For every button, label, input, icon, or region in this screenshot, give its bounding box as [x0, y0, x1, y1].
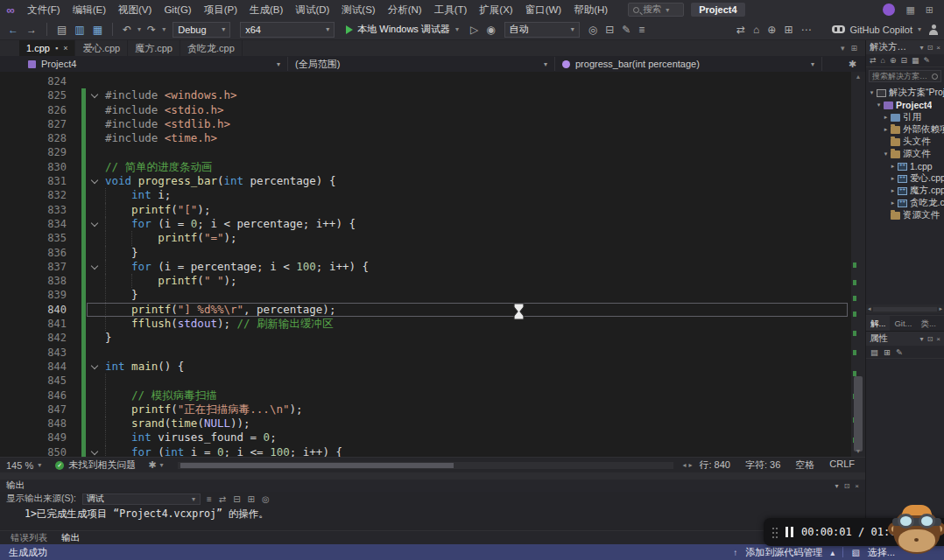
- tab-overflow-icon[interactable]: ▾: [841, 44, 845, 52]
- code-cleanup-button[interactable]: ✱ ▾: [143, 459, 169, 471]
- code-line-831[interactable]: 831void progress_bar(int percentage) {: [0, 174, 849, 188]
- menu-item-11[interactable]: 窗口(W): [519, 0, 568, 19]
- menu-item-3[interactable]: Git(G): [158, 0, 197, 19]
- solution-explorer-header[interactable]: 解决方案资源管理器 ▾ ⊡ ×: [866, 40, 944, 54]
- output-source-dropdown[interactable]: 调试 ▾: [82, 494, 201, 505]
- document-tab-3[interactable]: 贪吃龙.cpp: [180, 40, 243, 56]
- start-debugging-button[interactable]: 本地 Windows 调试器 ▾: [341, 23, 465, 36]
- scroll-up-icon[interactable]: ▲: [851, 72, 865, 82]
- properties-icon[interactable]: ✎: [924, 56, 931, 65]
- scroll-left-icon[interactable]: ◂: [682, 461, 686, 469]
- explorer-tab-0[interactable]: 解...: [866, 316, 890, 331]
- find-in-files-icon[interactable]: ⇄: [734, 21, 748, 38]
- code-line-841[interactable]: 841fflush(stdout); // 刷新输出缓冲区: [0, 317, 849, 331]
- clear-all-icon[interactable]: ⊟: [233, 494, 240, 504]
- profiler-icon[interactable]: ◉: [483, 21, 497, 38]
- solution-platforms-icon[interactable]: ⌂: [750, 21, 762, 38]
- autoscroll-icon[interactable]: ◎: [262, 494, 270, 504]
- scroll-right-icon[interactable]: ▸: [939, 305, 942, 312]
- navigate-back-icon[interactable]: ←: [5, 21, 21, 38]
- maximize-icon[interactable]: ⊡: [844, 482, 850, 490]
- pause-button[interactable]: [785, 527, 793, 537]
- code-line-836[interactable]: 836}: [0, 246, 849, 260]
- redo-dropdown-icon[interactable]: ▾: [161, 25, 166, 33]
- tree-chevron-icon[interactable]: ▾: [875, 102, 883, 108]
- tree-item-6[interactable]: ▸1.cpp: [866, 160, 944, 172]
- code-line-839[interactable]: 839}: [0, 288, 849, 302]
- code-line-826[interactable]: 826#include <stdio.h>: [0, 103, 849, 117]
- close-icon[interactable]: ×: [936, 335, 940, 343]
- goto-message-icon[interactable]: ⇄: [219, 494, 226, 504]
- chevron-down-icon[interactable]: ▾: [920, 44, 924, 52]
- save-all-icon[interactable]: ▦: [90, 21, 105, 38]
- scroll-left-icon[interactable]: ◂: [868, 305, 871, 312]
- code-line-850[interactable]: 850for (int i = 0; i <= 100; i++) {: [0, 445, 849, 457]
- undo-icon[interactable]: ↶: [120, 21, 134, 38]
- explorer-tab-2[interactable]: 类...: [916, 316, 940, 331]
- more-options-icon[interactable]: ⋯: [798, 21, 814, 38]
- tree-item-8[interactable]: ▸魔方.cpp: [866, 185, 944, 197]
- menu-item-2[interactable]: 视图(V): [112, 0, 158, 19]
- scroll-down-icon[interactable]: ▼: [851, 446, 865, 457]
- menu-item-4[interactable]: 项目(P): [198, 0, 243, 19]
- undo-dropdown-icon[interactable]: ▾: [137, 25, 142, 33]
- scroll-arrows[interactable]: ◂ ▸: [682, 461, 699, 469]
- quick-search-box[interactable]: 搜索 ▾: [628, 3, 684, 17]
- add-to-source-control-button[interactable]: 添加到源代码管理: [745, 546, 822, 559]
- step-icon[interactable]: ✎: [619, 21, 633, 38]
- chevron-down-icon[interactable]: ▾: [835, 482, 839, 490]
- tree-item-0[interactable]: ▾解决方案“Project4”: [866, 87, 944, 99]
- code-line-827[interactable]: 827#include <stdlib.h>: [0, 117, 849, 131]
- editor-vertical-scrollbar[interactable]: ▲ ▼: [851, 72, 865, 457]
- screen-layout-icon[interactable]: ▦: [905, 4, 914, 16]
- add-item-icon[interactable]: ⊕: [764, 21, 778, 38]
- fold-toggle-icon[interactable]: [86, 174, 105, 188]
- code-line-842[interactable]: 842}: [0, 331, 849, 345]
- editor-horizontal-scrollbar[interactable]: [178, 462, 673, 469]
- eol-indicator[interactable]: CRLF: [829, 458, 855, 472]
- chevron-down-icon[interactable]: ▾: [920, 335, 924, 343]
- output-header[interactable]: 输出 ▾ ⊡ ×: [0, 480, 865, 492]
- code-line-840[interactable]: 840printf("] %d%%\r", percentage);: [0, 303, 849, 317]
- tree-item-9[interactable]: ▸贪吃龙.cpp: [866, 197, 944, 209]
- show-all-files-icon[interactable]: ▦: [912, 56, 919, 65]
- feedback-icon[interactable]: ⊞: [926, 4, 933, 16]
- code-line-824[interactable]: 824: [0, 74, 849, 88]
- code-line-848[interactable]: 848srand(time(NULL));: [0, 416, 849, 430]
- save-icon[interactable]: ▥: [72, 21, 87, 38]
- navigate-forward-icon[interactable]: →: [24, 21, 39, 38]
- diagnostics-icon[interactable]: ≡: [636, 21, 647, 38]
- tree-chevron-icon[interactable]: ▸: [889, 200, 897, 206]
- tree-item-2[interactable]: ▸引用: [866, 111, 944, 123]
- start-without-debugging-icon[interactable]: ▷: [468, 21, 481, 38]
- account-avatar[interactable]: [883, 4, 895, 16]
- fold-toggle-icon[interactable]: [86, 217, 105, 231]
- code-line-832[interactable]: 832int i;: [0, 188, 849, 202]
- code-line-845[interactable]: 845: [0, 374, 849, 388]
- tree-chevron-icon[interactable]: ▸: [889, 175, 897, 182]
- tree-chevron-icon[interactable]: ▾: [868, 89, 876, 96]
- code-line-837[interactable]: 837for (i = percentage; i < 100; i++) {: [0, 260, 849, 274]
- scope-dropdown[interactable]: (全局范围) ▾: [288, 57, 555, 71]
- hot-reload-icon[interactable]: ◎: [586, 21, 600, 38]
- code-line-844[interactable]: 844int main() {: [0, 360, 849, 374]
- word-wrap-icon[interactable]: ⊞: [248, 494, 255, 504]
- close-icon[interactable]: ×: [936, 44, 940, 52]
- fold-toggle-icon[interactable]: [86, 260, 105, 274]
- tree-item-10[interactable]: 资源文件: [866, 209, 944, 221]
- document-health-indicator[interactable]: ✓ 未找到相关问题: [48, 458, 143, 472]
- code-line-829[interactable]: 829: [0, 145, 849, 159]
- platform-dropdown[interactable]: x64 ▾: [240, 22, 335, 38]
- project-dropdown[interactable]: Project4 ▾: [21, 57, 288, 71]
- menu-item-6[interactable]: 调试(D): [289, 0, 335, 19]
- document-tab-0[interactable]: 1.cpp▪×: [19, 40, 75, 56]
- explorer-tab-1[interactable]: Git...: [890, 316, 916, 331]
- code-line-846[interactable]: 846// 模拟病毒扫描: [0, 388, 849, 402]
- code-editor[interactable]: 824825#include <windows.h>826#include <s…: [0, 72, 865, 457]
- code-line-834[interactable]: 834for (i = 0; i < percentage; i++) {: [0, 217, 849, 231]
- pin-icon[interactable]: ▪: [55, 44, 58, 52]
- horizontal-splitter[interactable]: [0, 472, 865, 480]
- tree-chevron-icon[interactable]: ▾: [882, 150, 890, 158]
- switch-views-icon[interactable]: ⇄: [870, 56, 877, 65]
- menu-item-1[interactable]: 编辑(E): [67, 0, 112, 19]
